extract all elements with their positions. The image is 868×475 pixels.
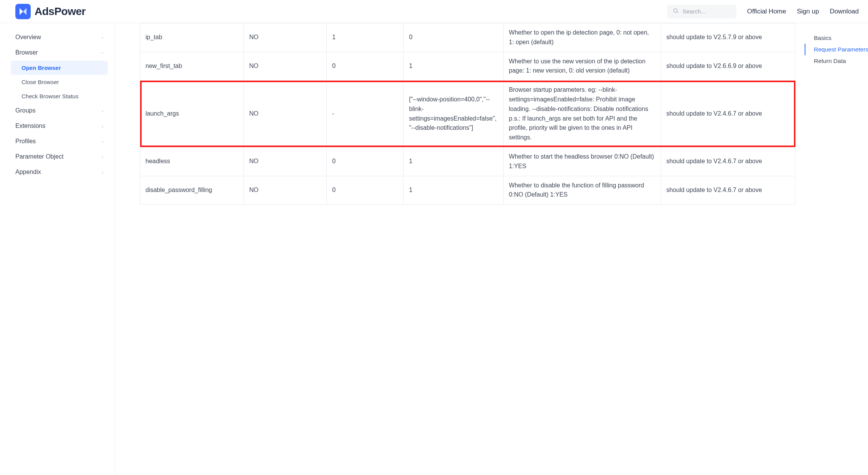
sidebar-item-label: Appendix: [15, 169, 41, 175]
param-name: headless: [140, 147, 244, 176]
sidebar-item-label: Open Browser: [21, 65, 61, 71]
sidebar-item-label: Browser: [15, 49, 38, 56]
param-default: 0: [327, 176, 403, 205]
svg-point-0: [674, 8, 677, 12]
header-right: Official Home Sign up Download: [667, 5, 859, 18]
nav-download[interactable]: Download: [830, 8, 859, 15]
param-description: Whether to open the ip detection page, 0…: [503, 23, 661, 52]
param-note: should update to V2.6.6.9 or above: [661, 52, 795, 81]
search-input[interactable]: [683, 8, 731, 15]
brand-name: AdsPower: [35, 5, 86, 18]
param-description: Whether to disable the function of filli…: [503, 176, 661, 205]
param-description: Whether to use the new version of the ip…: [503, 52, 661, 81]
sidebar-item-label: Profiles: [15, 138, 36, 145]
param-default: -: [327, 81, 403, 147]
param-name: disable_password_filling: [140, 176, 244, 205]
sidebar-item-label: Groups: [15, 107, 35, 114]
param-default: 0: [327, 147, 403, 176]
param-example: 0: [403, 23, 503, 52]
sidebar-item-profiles[interactable]: Profiles ›: [11, 134, 108, 149]
table-row: headlessNO01Whether to start the headles…: [140, 147, 795, 176]
param-default: 0: [327, 52, 403, 81]
chevron-right-icon: ›: [102, 139, 103, 144]
param-note: should update to V2.4.6.7 or above: [661, 147, 795, 176]
chevron-down-icon: ›: [99, 52, 105, 53]
chevron-right-icon: ›: [102, 35, 103, 40]
param-required: NO: [244, 176, 327, 205]
chevron-right-icon: ›: [102, 108, 103, 114]
search-box[interactable]: [667, 5, 736, 18]
param-example: 1: [403, 176, 503, 205]
sidebar-sub-open-browser[interactable]: Open Browser: [11, 61, 108, 75]
param-name: ip_tab: [140, 23, 244, 52]
table-row: launch_argsNO-["--window-position=400,0"…: [140, 81, 795, 147]
sidebar-item-extensions[interactable]: Extensions ›: [11, 119, 108, 133]
nav-sign-up[interactable]: Sign up: [797, 8, 819, 15]
brand-logo[interactable]: AdsPower: [15, 4, 86, 19]
param-example: 1: [403, 52, 503, 81]
table-row: disable_password_fillingNO01Whether to d…: [140, 176, 795, 205]
sidebar-item-overview[interactable]: Overview ›: [11, 30, 108, 45]
param-required: NO: [244, 81, 327, 147]
param-required: NO: [244, 147, 327, 176]
page-toc: Basics Request Parameters Return Data: [805, 23, 868, 475]
sidebar-sub-close-browser[interactable]: Close Browser: [11, 75, 108, 89]
doc-sidebar: Overview › Browser › Open Browser Close …: [0, 23, 115, 475]
sidebar-item-browser[interactable]: Browser ›: [11, 45, 108, 60]
param-description: Whether to start the headless browser 0:…: [503, 147, 661, 176]
sidebar-item-label: Check Browser Status: [21, 93, 78, 99]
table-row: ip_tabNO10Whether to open the ip detecti…: [140, 23, 795, 52]
table-row: new_first_tabNO01Whether to use the new …: [140, 52, 795, 81]
chevron-right-icon: ›: [102, 154, 103, 160]
sidebar-sub-check-browser-status[interactable]: Check Browser Status: [11, 89, 108, 103]
request-parameters-table: ip_tabNO10Whether to open the ip detecti…: [140, 23, 795, 205]
param-example: ["--window-position=400,0","--blink-sett…: [403, 81, 503, 147]
toc-return-data[interactable]: Return Data: [805, 55, 865, 67]
search-icon: [673, 8, 679, 15]
param-name: launch_args: [140, 81, 244, 147]
sidebar-item-label: Close Browser: [21, 79, 59, 85]
params-table-wrap: ip_tabNO10Whether to open the ip detecti…: [140, 23, 795, 205]
app-header: AdsPower Official Home Sign up Download: [0, 0, 868, 23]
param-note: should update to V2.4.6.7 or above: [661, 81, 795, 147]
param-note: should update to V2.5.7.9 or above: [661, 23, 795, 52]
param-required: NO: [244, 52, 327, 81]
chevron-right-icon: ›: [102, 169, 103, 175]
param-description: Browser startup parameters. eg: --blink-…: [503, 81, 661, 147]
param-required: NO: [244, 23, 327, 52]
sidebar-item-label: Extensions: [15, 122, 45, 129]
sidebar-item-label: Parameter Object: [15, 153, 63, 160]
sidebar-item-appendix[interactable]: Appendix ›: [11, 165, 108, 179]
sidebar-item-groups[interactable]: Groups ›: [11, 103, 108, 118]
param-name: new_first_tab: [140, 52, 244, 81]
param-example: 1: [403, 147, 503, 176]
brand-mark-icon: [15, 4, 31, 19]
toc-request-parameters[interactable]: Request Parameters: [805, 44, 865, 55]
param-note: should update to V2.4.6.7 or above: [661, 176, 795, 205]
chevron-right-icon: ›: [102, 123, 103, 129]
svg-line-1: [677, 12, 678, 13]
param-default: 1: [327, 23, 403, 52]
toc-basics[interactable]: Basics: [805, 32, 865, 44]
nav-official-home[interactable]: Official Home: [747, 8, 786, 15]
sidebar-item-label: Overview: [15, 34, 41, 41]
sidebar-item-parameter-object[interactable]: Parameter Object ›: [11, 149, 108, 164]
doc-content: ip_tabNO10Whether to open the ip detecti…: [115, 23, 805, 475]
